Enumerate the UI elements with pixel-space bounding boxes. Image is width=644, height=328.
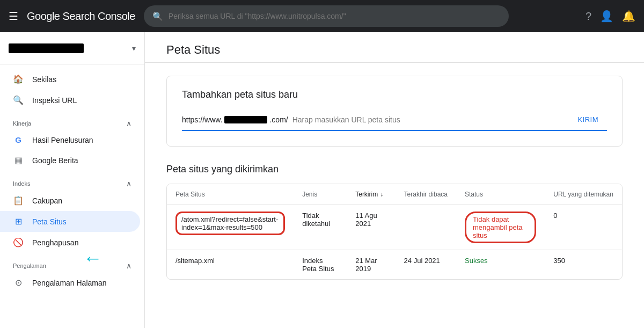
submitted-title: Peta situs yang dikirimkan <box>166 164 623 175</box>
status-badge: Sukses <box>465 257 488 265</box>
col-status: Status <box>456 184 545 205</box>
cell-url-ditemukan: 350 <box>545 250 622 280</box>
base-url-display: https://www..com/ <box>182 115 288 124</box>
peta-situs-icon: ⊞ <box>13 216 24 227</box>
topbar-actions: ? 👤 🔔 <box>586 10 635 23</box>
account-icon[interactable]: 👤 <box>600 10 613 23</box>
sidebar-label-penghapusan: Penghapusan <box>32 238 78 247</box>
sidebar-label-google-berita: Google Berita <box>32 156 78 165</box>
search-icon: 🔍 <box>152 11 163 21</box>
base-url-text: https://www. <box>182 115 222 124</box>
cell-status: Sukses <box>456 250 545 280</box>
sidebar-item-cakupan[interactable]: 📋 Cakupan <box>0 190 140 211</box>
penghapusan-icon: 🚫 <box>13 237 24 247</box>
table-container: Peta Situs Jenis Terkirim↓ Terakhir diba… <box>166 184 623 280</box>
page-header: Peta Situs <box>145 32 644 63</box>
sidebar-item-inspeksi-url[interactable]: 🔍 Inspeksi URL <box>0 90 140 111</box>
cell-url-ditemukan: 0 <box>545 205 622 250</box>
sidebar-label-hasil-penelusuran: Hasil Penelusuran <box>32 136 93 144</box>
sidebar: ▾ 🏠 Sekilas 🔍 Inspeksi URL Kinerja ∧ G H… <box>0 32 145 328</box>
cell-status: Tidak dapat mengambil peta situs <box>456 205 545 250</box>
sidebar-item-peta-situs[interactable]: ⊞ Peta Situs <box>0 211 140 232</box>
cell-terakhir-dibaca: 24 Jul 2021 <box>396 250 456 280</box>
sidebar-item-sekilas[interactable]: 🏠 Sekilas <box>0 69 140 90</box>
news-icon: ▦ <box>13 155 24 165</box>
cell-jenis: Tidak diketahui <box>294 205 347 250</box>
sidebar-label-inspeksi-url: Inspeksi URL <box>32 96 77 105</box>
section-kinerja: Kinerja ∧ <box>0 111 144 130</box>
base-url-blur <box>224 116 267 123</box>
search-input[interactable] <box>169 12 500 20</box>
table-header-row: Peta Situs Jenis Terkirim↓ Terakhir diba… <box>167 184 622 205</box>
send-button[interactable]: KIRIM <box>569 111 607 128</box>
section-pengalaman: Pengalaman ∧ <box>0 253 144 272</box>
add-sitemap-input-row: https://www..com/ KIRIM <box>182 111 607 131</box>
topbar: ☰ Google Search Console 🔍 ? 👤 🔔 <box>0 0 644 32</box>
domain-dropdown-icon[interactable]: ▾ <box>132 44 136 53</box>
pengalaman-halaman-icon: ⊙ <box>13 278 24 288</box>
col-terkirim[interactable]: Terkirim↓ <box>347 184 395 205</box>
content: Peta Situs Tambahkan peta situs baru htt… <box>145 32 644 328</box>
search-icon: 🔍 <box>13 95 24 105</box>
sidebar-label-peta-situs: Peta Situs <box>32 217 67 226</box>
sidebar-item-hasil-penelusuran[interactable]: G Hasil Penelusuran <box>0 130 140 150</box>
submitted-sitemaps-section: Peta situs yang dikirimkan Peta Situs Je… <box>166 164 623 280</box>
cakupan-icon: 📋 <box>13 195 24 206</box>
sidebar-label-sekilas: Sekilas <box>32 75 56 84</box>
sort-desc-icon: ↓ <box>380 191 383 198</box>
col-url-ditemukan: URL yang ditemukan <box>545 184 622 205</box>
table-wrapper: Peta Situs Jenis Terkirim↓ Terakhir diba… <box>166 184 623 280</box>
cell-peta-situs: /sitemap.xml <box>167 250 294 280</box>
table-row[interactable]: /sitemap.xmlIndeks Peta Situs21 Mar 2019… <box>167 250 622 280</box>
indeks-chevron[interactable]: ∧ <box>126 179 131 188</box>
section-indeks: Indeks ∧ <box>0 171 144 190</box>
sidebar-label-pengalaman-halaman: Pengalaman Halaman <box>32 279 107 287</box>
sitemaps-table: Peta Situs Jenis Terkirim↓ Terakhir diba… <box>167 184 622 279</box>
sidebar-item-pengalaman-halaman[interactable]: ⊙ Pengalaman Halaman <box>0 272 140 293</box>
status-badge: Tidak dapat mengambil peta situs <box>473 215 523 239</box>
search-bar[interactable]: 🔍 <box>144 5 509 27</box>
cell-peta-situs: /atom.xml?redirect=false&start-index=1&m… <box>167 205 294 250</box>
add-sitemap-title: Tambahkan peta situs baru <box>182 89 607 100</box>
sidebar-item-penghapusan[interactable]: 🚫 Penghapusan <box>0 232 140 253</box>
cell-terkirim: 21 Mar 2019 <box>347 250 395 280</box>
status-circle-annotation: Tidak dapat mengambil peta situs <box>465 212 536 243</box>
sidebar-nav: 🏠 Sekilas 🔍 Inspeksi URL Kinerja ∧ G Has… <box>0 64 144 297</box>
g-icon: G <box>13 135 24 144</box>
cell-terkirim: 11 Agu 2021 <box>347 205 395 250</box>
col-jenis: Jenis <box>294 184 347 205</box>
sitemap-url-circle-annotation: /atom.xml?redirect=false&start-index=1&m… <box>175 212 285 235</box>
app-logo: Google Search Console <box>27 10 135 23</box>
table-row[interactable]: /atom.xml?redirect=false&start-index=1&m… <box>167 205 622 250</box>
cell-terakhir-dibaca <box>396 205 456 250</box>
col-peta-situs: Peta Situs <box>167 184 294 205</box>
add-sitemap-card: Tambahkan peta situs baru https://www..c… <box>166 76 623 147</box>
sidebar-label-cakupan: Cakupan <box>32 196 62 205</box>
sidebar-item-google-berita[interactable]: ▦ Google Berita <box>0 150 140 171</box>
cell-jenis: Indeks Peta Situs <box>294 250 347 280</box>
kinerja-chevron[interactable]: ∧ <box>126 119 131 128</box>
pengalaman-chevron[interactable]: ∧ <box>126 261 131 270</box>
sitemap-url-input[interactable] <box>288 115 569 124</box>
menu-icon[interactable]: ☰ <box>9 10 18 23</box>
col-terakhir-dibaca: Terakhir dibaca <box>396 184 456 205</box>
help-icon[interactable]: ? <box>586 10 591 23</box>
sidebar-domain[interactable]: ▾ <box>0 32 144 64</box>
base-url-suffix: .com/ <box>269 115 288 124</box>
content-body: Tambahkan peta situs baru https://www..c… <box>145 63 644 293</box>
main-layout: ▾ 🏠 Sekilas 🔍 Inspeksi URL Kinerja ∧ G H… <box>0 32 644 328</box>
notification-icon[interactable]: 🔔 <box>622 10 635 23</box>
domain-label <box>9 43 84 53</box>
page-title: Peta Situs <box>166 43 220 56</box>
table-body: /atom.xml?redirect=false&start-index=1&m… <box>167 205 622 280</box>
home-icon: 🏠 <box>13 74 24 84</box>
